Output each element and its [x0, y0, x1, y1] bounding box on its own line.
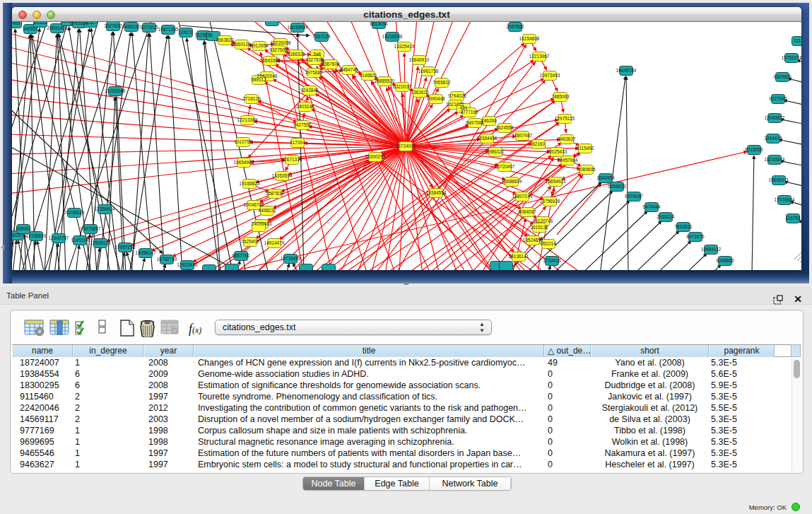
svg-text:417004: 417004	[290, 140, 305, 145]
svg-text:71527: 71527	[84, 22, 97, 25]
svg-text:2935114: 2935114	[657, 214, 675, 219]
svg-text:1527602: 1527602	[104, 23, 122, 28]
svg-text:8427552: 8427552	[293, 122, 312, 127]
svg-text:746266: 746266	[481, 118, 497, 123]
svg-text:6479197: 6479197	[625, 194, 643, 199]
svg-text:1010755: 1010755	[234, 139, 252, 144]
svg-text:15720407: 15720407	[495, 164, 515, 169]
svg-text:10025433: 10025433	[547, 149, 567, 154]
svg-text:20364456: 20364456	[477, 136, 498, 141]
svg-text:5938923: 5938923	[608, 184, 626, 189]
svg-text:8990448: 8990448	[427, 96, 445, 101]
svg-text:2367608: 2367608	[322, 62, 340, 66]
svg-text:9327508: 9327508	[305, 57, 324, 62]
svg-text:14136141: 14136141	[509, 254, 529, 259]
svg-text:1089695: 1089695	[577, 167, 596, 172]
svg-text:10654112: 10654112	[701, 247, 722, 252]
svg-text:12505135: 12505135	[90, 240, 111, 245]
svg-text:12093822: 12093822	[765, 115, 785, 120]
svg-text:7515536: 7515536	[194, 33, 213, 37]
svg-text:15716485: 15716485	[281, 256, 301, 261]
svg-text:7625402: 7625402	[241, 239, 259, 244]
svg-text:12342757: 12342757	[49, 235, 69, 240]
svg-text:1145194: 1145194	[71, 238, 89, 243]
svg-text:10671355: 10671355	[158, 27, 179, 32]
svg-text:16782759: 16782759	[157, 257, 177, 262]
svg-text:8215955: 8215955	[745, 147, 763, 152]
svg-text:10688609: 10688609	[502, 179, 522, 184]
svg-text:15751074: 15751074	[782, 55, 801, 60]
svg-text:10807487: 10807487	[512, 133, 533, 138]
svg-text:9242848: 9242848	[300, 88, 319, 93]
svg-text:39157: 39157	[12, 233, 23, 238]
svg-text:12213967: 12213967	[529, 54, 550, 59]
svg-text:8322037: 8322037	[393, 84, 411, 89]
svg-text:20355: 20355	[34, 22, 47, 25]
svg-text:546: 546	[314, 52, 322, 57]
svg-text:8912954: 8912954	[250, 43, 269, 48]
svg-text:140557: 140557	[23, 26, 38, 31]
svg-text:4498222: 4498222	[258, 208, 276, 213]
svg-text:5587834: 5587834	[266, 191, 284, 196]
svg-text:7986322: 7986322	[486, 149, 505, 154]
svg-text:13325419: 13325419	[394, 44, 415, 49]
svg-text:9084067: 9084067	[518, 209, 536, 214]
svg-text:989012: 989012	[251, 77, 266, 82]
svg-text:12213369: 12213369	[237, 117, 258, 122]
svg-text:352214: 352214	[541, 241, 556, 246]
svg-text:14353594: 14353594	[272, 173, 293, 178]
svg-text:16120746: 16120746	[533, 218, 553, 223]
svg-text:16154808: 16154808	[519, 36, 540, 41]
svg-text:12359924: 12359924	[95, 206, 115, 211]
svg-text:18807249: 18807249	[512, 194, 533, 199]
svg-text:6466160: 6466160	[122, 24, 141, 29]
svg-text:16033809: 16033809	[288, 25, 308, 30]
svg-text:2803144: 2803144	[296, 104, 314, 109]
svg-text:935081: 935081	[16, 226, 31, 231]
svg-text:15692971: 15692971	[769, 177, 789, 182]
svg-text:24099483: 24099483	[252, 221, 272, 226]
svg-text:19654982: 19654982	[234, 160, 254, 165]
svg-text:9657791: 9657791	[232, 253, 250, 258]
svg-text:20206526: 20206526	[64, 210, 85, 215]
svg-text:3624554: 3624554	[495, 125, 514, 130]
svg-text:7357224: 7357224	[312, 34, 331, 39]
svg-text:19384554: 19384554	[426, 190, 447, 195]
svg-text:116753: 116753	[785, 216, 801, 221]
svg-text:1112: 1112	[794, 38, 801, 43]
svg-text:9474444: 9474444	[642, 204, 661, 209]
svg-text:9227342: 9227342	[769, 96, 787, 101]
svg-text:9245652: 9245652	[716, 258, 734, 263]
svg-text:93975887: 93975887	[81, 226, 101, 231]
svg-text:32671310: 32671310	[282, 157, 302, 162]
svg-text:17957253: 17957253	[115, 245, 136, 250]
svg-text:62160: 62160	[532, 141, 545, 146]
svg-text:10756928: 10756928	[540, 199, 560, 204]
svg-text:7485063: 7485063	[551, 94, 570, 99]
svg-text:7663822: 7663822	[216, 37, 234, 42]
svg-text:16210643: 16210643	[765, 157, 785, 162]
svg-text:9146821: 9146821	[359, 73, 377, 78]
svg-text:1244415: 1244415	[764, 136, 782, 141]
svg-text:16961758: 16961758	[418, 69, 439, 74]
svg-text:23226058: 23226058	[271, 40, 291, 45]
svg-text:15885520: 15885520	[375, 78, 395, 83]
svg-text:7632621: 7632621	[674, 224, 693, 229]
svg-text:3975685: 3975685	[305, 70, 323, 75]
svg-text:9329966: 9329966	[773, 74, 792, 79]
svg-text:1615132: 1615132	[530, 225, 548, 230]
svg-text:21053346: 21053346	[105, 88, 126, 93]
svg-text:12923446: 12923446	[177, 262, 198, 267]
svg-text:9115460: 9115460	[577, 146, 594, 151]
svg-text:8186328: 8186328	[287, 52, 305, 57]
svg-text:17016504: 17016504	[775, 197, 795, 202]
svg-text:1733416: 1733416	[543, 258, 561, 263]
svg-text:10046768: 10046768	[244, 202, 264, 207]
svg-text:1362615: 1362615	[411, 90, 429, 95]
svg-text:8660124: 8660124	[233, 42, 251, 47]
svg-text:13654923: 13654923	[546, 179, 566, 184]
svg-text:14914479: 14914479	[264, 240, 285, 245]
svg-text:19166825: 19166825	[240, 181, 260, 186]
svg-text:16648784: 16648784	[616, 68, 637, 73]
svg-text:16543382: 16543382	[260, 58, 281, 63]
